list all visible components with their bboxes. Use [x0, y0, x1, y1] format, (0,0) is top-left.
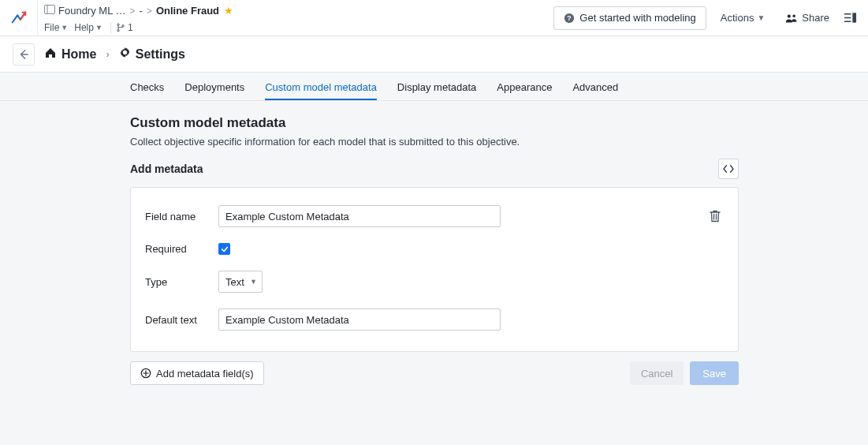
menu-file[interactable]: File ▼ — [44, 22, 68, 33]
tabs-bar: Checks Deployments Custom model metadata… — [0, 73, 868, 101]
get-started-button[interactable]: ? Get started with modeling — [553, 6, 706, 30]
svg-point-8 — [793, 14, 796, 17]
add-metadata-button[interactable]: Add metadata field(s) — [130, 361, 264, 385]
default-text-label: Default text — [145, 314, 218, 326]
actions-button[interactable]: Actions ▼ — [714, 6, 772, 30]
chevron-right-icon: › — [106, 48, 109, 60]
check-icon — [221, 245, 229, 253]
tab-appearance[interactable]: Appearance — [497, 81, 552, 100]
svg-rect-0 — [45, 6, 55, 14]
code-view-toggle[interactable] — [718, 159, 739, 179]
add-metadata-label: Add metadata field(s) — [156, 368, 254, 380]
breadcrumb-bar: Home › Settings — [0, 36, 868, 73]
tab-advanced[interactable]: Advanced — [572, 81, 618, 100]
required-checkbox[interactable] — [218, 243, 230, 255]
app-bar-right: ? Get started with modeling Actions ▼ Sh… — [549, 0, 868, 36]
tab-custom-model-metadata[interactable]: Custom model metadata — [265, 81, 377, 100]
field-name-input[interactable] — [218, 205, 501, 227]
field-row-default-text: Default text — [145, 309, 724, 331]
breadcrumb-dash: - — [140, 5, 143, 17]
back-button[interactable] — [13, 43, 35, 65]
type-value: Text — [225, 276, 244, 288]
caret-down-icon: ▼ — [757, 13, 765, 22]
workspace-name[interactable]: Foundry ML … — [58, 5, 126, 17]
metadata-panel: Field name Required Type Text ▼ Default … — [130, 187, 739, 352]
caret-down-icon: ▼ — [61, 24, 68, 32]
app-bar-title-row: Foundry ML … > - > Online Fraud ★ — [44, 2, 542, 20]
branch-icon — [116, 23, 125, 32]
cancel-button[interactable]: Cancel — [630, 361, 684, 385]
app-bar-main: Foundry ML … > - > Online Fraud ★ File ▼… — [38, 0, 549, 36]
actions-label: Actions — [721, 12, 754, 24]
branch-indicator[interactable]: 1 — [116, 22, 133, 33]
type-label: Type — [145, 276, 218, 288]
footer-row: Add metadata field(s) Cancel Save — [130, 361, 739, 385]
branch-count: 1 — [128, 22, 133, 33]
page-title: Online Fraud — [156, 5, 219, 17]
app-logo-icon — [10, 9, 28, 27]
svg-point-3 — [117, 30, 119, 32]
app-bar-menu-row: File ▼ Help ▼ 1 — [44, 20, 542, 36]
star-icon[interactable]: ★ — [224, 5, 233, 17]
gear-icon — [119, 47, 131, 62]
plus-circle-icon — [140, 368, 151, 379]
field-row-type: Type Text ▼ — [145, 271, 724, 293]
tab-checks[interactable]: Checks — [130, 81, 164, 100]
svg-point-7 — [788, 14, 791, 17]
trash-icon — [710, 210, 721, 222]
required-label: Required — [145, 243, 218, 255]
home-icon — [44, 47, 57, 62]
default-text-input[interactable] — [218, 309, 501, 331]
field-row-required: Required — [145, 243, 724, 255]
svg-point-4 — [122, 25, 124, 27]
tab-display-metadata[interactable]: Display metadata — [397, 81, 476, 100]
divider — [110, 22, 111, 33]
app-logo — [0, 0, 38, 36]
svg-point-13 — [123, 51, 126, 54]
subsection-header: Add metadata — [130, 159, 739, 179]
menu-help[interactable]: Help ▼ — [74, 22, 102, 33]
svg-text:?: ? — [568, 14, 572, 22]
section-title: Custom model metadata — [130, 115, 868, 131]
panel-toggle-button[interactable] — [844, 11, 857, 24]
tab-deployments[interactable]: Deployments — [184, 81, 244, 100]
help-circle-icon: ? — [564, 13, 575, 24]
menu-file-label: File — [44, 22, 59, 33]
share-button[interactable]: Share — [779, 6, 836, 30]
workspace-icon — [44, 5, 55, 17]
get-started-label: Get started with modeling — [579, 12, 695, 24]
type-select[interactable]: Text ▼ — [218, 271, 263, 293]
svg-point-2 — [117, 24, 119, 25]
breadcrumb-sep: > — [130, 6, 136, 17]
menu-help-label: Help — [74, 22, 94, 33]
caret-down-icon: ▼ — [95, 24, 102, 32]
breadcrumb-sep-2: > — [147, 6, 152, 17]
panel-right-icon — [844, 11, 857, 24]
delete-field-button[interactable] — [706, 208, 724, 225]
breadcrumb-home[interactable]: Home — [61, 47, 96, 62]
section-description: Collect objective specific information f… — [130, 136, 868, 148]
share-label: Share — [802, 12, 829, 24]
content-area: Custom model metadata Collect objective … — [0, 101, 868, 385]
caret-down-icon: ▼ — [250, 278, 257, 286]
breadcrumb: Home › Settings — [44, 47, 185, 62]
svg-rect-12 — [852, 13, 856, 22]
field-name-label: Field name — [145, 211, 218, 222]
add-metadata-title: Add metadata — [130, 163, 203, 175]
app-bar: Foundry ML … > - > Online Fraud ★ File ▼… — [0, 0, 868, 36]
share-icon — [785, 13, 798, 24]
save-button[interactable]: Save — [690, 361, 739, 385]
code-icon — [723, 164, 734, 174]
field-row-name: Field name — [145, 205, 724, 227]
breadcrumb-settings: Settings — [136, 47, 185, 62]
arrow-left-icon — [18, 49, 29, 60]
